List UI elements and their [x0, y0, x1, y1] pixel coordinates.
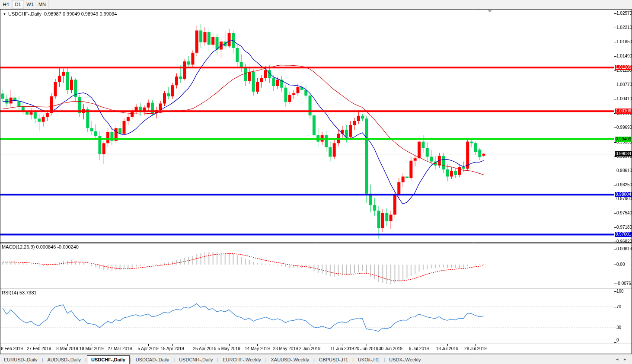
tab-scroll-right-icon[interactable]: ▸ [624, 357, 626, 361]
tabbar-scroll-arrows: ◂ ▸ [612, 357, 626, 361]
date-tick-label: 18 Feb 2019 [0, 346, 23, 351]
chart-ohlc-values: 0.98987 0.99049 0.98949 0.99034 [44, 11, 117, 16]
date-tick-label: 5 Apr 2019 [137, 346, 158, 351]
price-tick-label: 0.98250 [616, 182, 632, 188]
tab-scroll-left-icon[interactable]: ◂ [616, 357, 618, 361]
date-tick-label: 11 Jun 2019 [330, 346, 354, 351]
mt4-terminal: H4D1W1MN ▼USDCHF-,Daily 0.98987 0.99049 … [0, 0, 632, 364]
date-tick-label: 23 May 2019 [273, 346, 298, 351]
date-tick-label: 15 Apr 2019 [161, 346, 184, 351]
date-tick-label: 27 Mar 2019 [108, 346, 132, 351]
date-tick-label: 30 Jun 2019 [379, 346, 402, 351]
price-tick-label: 1.00410 [616, 96, 632, 102]
date-tick-label: 20 Jun 2019 [354, 346, 378, 351]
symbol-tab-eurchf[interactable]: EURCHF-,Weekly [219, 356, 265, 364]
date-tick-label: 18 Mar 2019 [80, 346, 104, 351]
price-tick-label: 1.00770 [616, 82, 632, 87]
symbol-tab-xauusd[interactable]: XAUUSD-,Weekly [267, 356, 313, 364]
price-chart-canvas[interactable] [0, 0, 632, 354]
rsi-tick-label: 0 [616, 338, 619, 343]
date-tick-label: 8 Mar 2019 [56, 346, 78, 351]
hline-price-label: 0.97001 [615, 232, 632, 237]
price-tick-label: 1.01490 [616, 54, 632, 59]
symbol-tab-audusd[interactable]: AUDUSD-,Daily [43, 356, 85, 364]
symbol-tab-ukoil[interactable]: UKOil-,H1 [354, 356, 383, 364]
price-tick-label: 0.96820 [616, 239, 632, 244]
hline-price-label: 1.00106 [615, 109, 632, 114]
date-tick-label: 18 Jul 2019 [436, 346, 459, 351]
rsi-indicator-label: RSI(14) 53.7381 [2, 290, 37, 295]
date-tick-label: 25 Apr 2019 [193, 346, 217, 351]
date-tick-label: 2 Jun 2019 [299, 346, 321, 351]
hline-price-label: 0.99406 [615, 137, 632, 142]
symbol-tab-eurusd[interactable]: EURUSD-,Daily [0, 356, 41, 364]
hline-price-label: 0.98004 [615, 192, 632, 197]
price-tick-label: 1.02210 [616, 25, 632, 30]
macd-tick-label: 0.00 [616, 262, 625, 267]
hline-price-label: 1.01205 [615, 65, 632, 70]
price-tick-label: 0.99690 [616, 125, 632, 130]
price-tick-label: 0.97180 [616, 225, 632, 230]
macd-indicator-label: MACD(12,26,9) 0.000846 -0.000240 [2, 244, 79, 249]
price-tick-label: 1.02570 [616, 11, 632, 16]
chart-symbol-label: USDCHF-,Daily [8, 11, 41, 16]
date-tick-label: 28 Jul 2019 [464, 346, 487, 351]
symbol-tab-usdcad[interactable]: USDCAD-,Daily [132, 356, 173, 364]
date-tick-label: 27 Feb 2019 [27, 346, 51, 351]
rsi-tick-label: 30 [616, 325, 621, 330]
macd-tick-label: 0.00613 [616, 246, 632, 252]
symbol-tab-gbpusd[interactable]: GBPUSD-,H1 [315, 356, 352, 364]
symbol-tab-usdx[interactable]: USDX-,Weekly [385, 356, 425, 364]
macd-tick-label: -0.007612 [616, 281, 632, 286]
date-tick-label: 5 May 2019 [217, 346, 240, 351]
rsi-tick-label: 100 [616, 289, 624, 294]
current-price-label: 0.99034 [615, 151, 632, 156]
chart-dropdown-icon[interactable]: ▼ [3, 13, 6, 16]
date-tick-label: 9 Jul 2019 [409, 346, 429, 351]
price-tick-label: 0.97540 [616, 211, 632, 216]
symbol-tabbar: EURUSD-,Daily|AUDUSD-,Daily|USDCHF-,Dail… [0, 354, 632, 364]
chart-title: ▼USDCHF-,Daily 0.98987 0.99049 0.98949 0… [3, 11, 117, 16]
price-tick-label: 1.01850 [616, 39, 632, 45]
rsi-tick-label: 70 [616, 304, 621, 310]
price-tick-label: 0.98610 [616, 168, 632, 173]
date-tick-label: 14 May 2019 [245, 346, 270, 351]
symbol-tab-usdcnh[interactable]: USDCNH-,Daily [175, 356, 217, 364]
symbol-tab-usdchf[interactable]: USDCHF-,Daily [87, 355, 130, 364]
